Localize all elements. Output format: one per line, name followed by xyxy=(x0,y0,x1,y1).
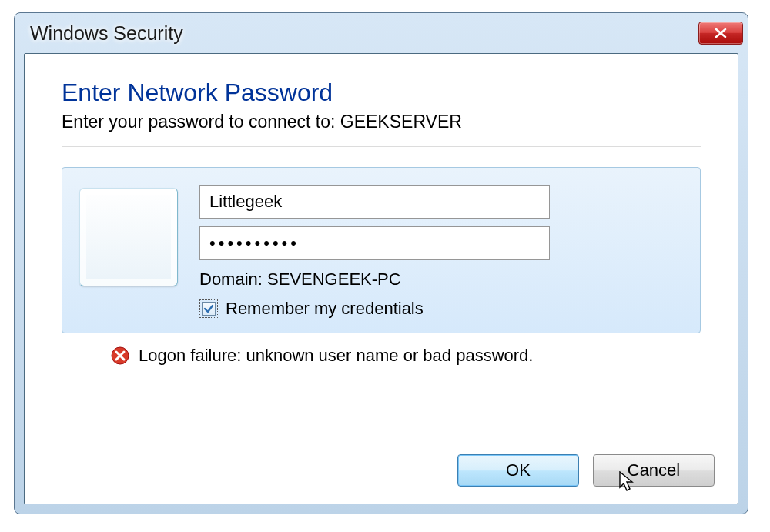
error-message: Logon failure: unknown user name or bad … xyxy=(139,346,533,366)
ok-button[interactable]: OK xyxy=(457,454,579,487)
dialog-window: Windows Security Enter Network Password … xyxy=(14,12,748,514)
ok-button-label: OK xyxy=(506,460,531,480)
divider xyxy=(62,146,701,147)
credential-fields: Domain: SEVENGEEK-PC Remember my credent… xyxy=(199,185,683,319)
titlebar[interactable]: Windows Security xyxy=(15,13,748,53)
username-input[interactable] xyxy=(199,185,550,219)
cancel-button[interactable]: Cancel xyxy=(593,454,715,487)
remember-row: Remember my credentials xyxy=(199,299,683,319)
error-icon xyxy=(111,346,129,365)
close-icon xyxy=(714,28,728,38)
domain-label: Domain: SEVENGEEK-PC xyxy=(199,269,683,289)
remember-label: Remember my credentials xyxy=(226,299,424,319)
window-title: Windows Security xyxy=(30,22,183,45)
error-row: Logon failure: unknown user name or bad … xyxy=(111,346,701,366)
button-row: OK Cancel xyxy=(457,454,715,487)
main-heading: Enter Network Password xyxy=(62,79,701,107)
close-button[interactable] xyxy=(698,22,743,45)
password-input[interactable] xyxy=(199,226,550,260)
dialog-client-area: Enter Network Password Enter your passwo… xyxy=(24,53,738,504)
credential-tile[interactable]: Domain: SEVENGEEK-PC Remember my credent… xyxy=(62,167,701,333)
remember-checkbox[interactable] xyxy=(199,299,218,318)
checkmark-icon xyxy=(203,303,214,314)
cancel-button-label: Cancel xyxy=(628,460,680,480)
user-avatar xyxy=(79,188,178,286)
sub-heading: Enter your password to connect to: GEEKS… xyxy=(62,112,701,132)
